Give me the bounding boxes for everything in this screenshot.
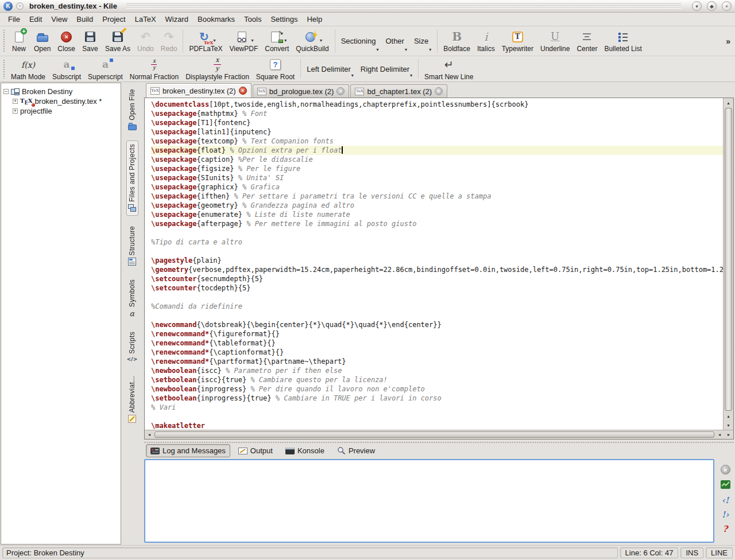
- toolbar-button-right-delimiter[interactable]: Right Delimiter▾: [357, 57, 416, 81]
- code-line[interactable]: %Comandi da ridefinire: [151, 302, 723, 311]
- code-line[interactable]: \setcounter{tocdepth}{5}: [151, 283, 723, 293]
- menu-help[interactable]: Help: [302, 13, 327, 25]
- sidebar-tab-scripts[interactable]: Scripts</>: [125, 328, 139, 365]
- menu-build[interactable]: Build: [72, 13, 98, 25]
- code-line[interactable]: \usepackage{float} % Opzioni extra per i…: [151, 146, 723, 155]
- menu-wizard[interactable]: Wizard: [161, 13, 193, 25]
- sidebar-tab-open-file[interactable]: Open File: [126, 85, 138, 134]
- bottom-tab-preview[interactable]: Preview: [332, 444, 380, 457]
- scroll-up-arrow[interactable]: ▴: [724, 98, 733, 107]
- menu-bookmarks[interactable]: Bookmarks: [193, 13, 239, 25]
- splitter-handle[interactable]: [144, 440, 734, 444]
- toolbar-button-left-delimiter[interactable]: Left Delimiter▾: [303, 57, 357, 81]
- window-sticky-button[interactable]: +: [16, 2, 24, 10]
- log-output-area[interactable]: [144, 459, 714, 543]
- toolbar-button-save[interactable]: Save: [79, 27, 102, 55]
- code-line[interactable]: [151, 247, 723, 256]
- toolbar-button-pdflatex[interactable]: ↻TeX▾PDFLaTeX: [185, 27, 226, 55]
- code-line[interactable]: \usepackage{SIunits} % Unita' SI: [151, 173, 723, 182]
- menu-settings[interactable]: Settings: [266, 13, 302, 25]
- code-line[interactable]: \renewcommand*{\tableformat}{}: [151, 339, 723, 348]
- code-line[interactable]: \makeatletter: [151, 421, 723, 430]
- toolbar-button-sectioning[interactable]: Sectioning▾: [338, 27, 382, 55]
- toolbar-button-redo[interactable]: ↷Redo: [157, 27, 181, 55]
- code-line[interactable]: [151, 412, 723, 421]
- previous-error-button[interactable]: ‹!: [722, 496, 729, 505]
- tree-item-projectfile[interactable]: +projectfile: [3, 106, 118, 116]
- menu-file[interactable]: File: [3, 13, 25, 25]
- toolbar-button-normal-fraction[interactable]: xyNormal Fraction: [126, 57, 182, 81]
- code-line[interactable]: \renewcommand*{\figureformat}{}: [151, 329, 723, 339]
- status-selection-mode[interactable]: LINE: [706, 547, 733, 558]
- toolbar-button-boldface[interactable]: BBoldface: [440, 27, 474, 55]
- code-line[interactable]: \usepackage{ifthen} % Per settare i para…: [151, 192, 723, 201]
- code-line[interactable]: \usepackage{geometry} % Grandezza pagina…: [151, 201, 723, 210]
- toolbar-button-undo[interactable]: ↶Undo: [134, 27, 157, 55]
- editor-vertical-scrollbar[interactable]: ▴ ▴ ▾: [723, 98, 733, 430]
- sidebar-tab-abbreviat[interactable]: Abbreviat...: [126, 372, 138, 426]
- code-line[interactable]: \setcounter{secnumdepth}{5}: [151, 274, 723, 283]
- tree-item-broken-destiny-tex[interactable]: +TEXbroken_destiny.tex *: [3, 96, 118, 106]
- toolbar-grip[interactable]: [3, 29, 6, 53]
- toolbar-button-save-as[interactable]: Save As: [102, 27, 134, 55]
- titlebar[interactable]: K + broken_destiny.tex - Kile ▾ ◆ ×: [0, 0, 735, 13]
- bottom-tab-konsole[interactable]: Konsole: [281, 444, 329, 457]
- toolbar-overflow-button[interactable]: »: [722, 37, 734, 46]
- bottom-tab-log-and-messages[interactable]: Log and Messages: [146, 444, 230, 457]
- toolbar-button-typewriter[interactable]: TTypewriter: [498, 27, 537, 55]
- bottom-tab-output[interactable]: Output: [234, 444, 277, 457]
- sidebar-tab-structure[interactable]: Structure: [126, 223, 138, 269]
- code-line[interactable]: \usepackage{graphicx} % Grafica: [151, 182, 723, 192]
- vertical-scrollbar-thumb[interactable]: [725, 108, 732, 411]
- sidebar-tab-files-and-projects[interactable]: Files and Projects: [126, 141, 138, 216]
- code-line[interactable]: \usepackage{mathptmx} % Font: [151, 109, 723, 118]
- code-line[interactable]: \usepackage{figsize} % Per le figure: [151, 164, 723, 173]
- code-line[interactable]: \renewcommand*{\partformat}{\partname~\t…: [151, 357, 723, 366]
- toolbar-button-superscript[interactable]: aSuperscript: [84, 57, 126, 81]
- toolbar-button-math-mode[interactable]: f(x)Math Mode: [7, 57, 49, 81]
- scroll-left-arrow[interactable]: ◂: [145, 430, 154, 439]
- toolbar-button-bulleted-list[interactable]: Bulleted List: [601, 27, 645, 55]
- window-maximize-button[interactable]: ◆: [707, 1, 717, 11]
- window-close-button[interactable]: ×: [722, 1, 732, 11]
- document-tab-bd-prologue-tex-2[interactable]: TeXbd_prologue.tex (2)×: [253, 84, 350, 98]
- code-line[interactable]: \setboolean{inprogress}{true} % Cambiare…: [151, 394, 723, 403]
- toolbar-button-other[interactable]: Other▾: [382, 27, 411, 55]
- toolbar-button-underline[interactable]: UUnderline: [537, 27, 573, 55]
- editor-horizontal-scrollbar[interactable]: ◂ ◂ ▸: [145, 430, 733, 439]
- code-line[interactable]: [151, 228, 723, 238]
- document-tab-bd-chapter1-tex-2[interactable]: TeXbd_chapter1.tex (2)×: [350, 84, 447, 98]
- code-line[interactable]: [151, 311, 723, 320]
- tree-expander[interactable]: +: [13, 99, 18, 104]
- scroll-up-arrow[interactable]: ▴: [724, 411, 733, 421]
- editor-text-area[interactable]: \documentclass[10pt,twoside,english,norm…: [145, 98, 723, 430]
- code-line[interactable]: \usepackage{caption} %Per le didascalie: [151, 155, 723, 164]
- menu-latex[interactable]: LaTeX: [130, 13, 161, 25]
- toolbar-button-displaystyle-fraction[interactable]: xyDisplaystyle Fraction: [182, 57, 253, 81]
- toolbar-button-quickbuild[interactable]: ▾QuickBuild: [292, 27, 332, 55]
- code-line[interactable]: \documentclass[10pt,twoside,english,norm…: [151, 100, 723, 109]
- status-insert-mode[interactable]: INS: [680, 547, 703, 558]
- latex-log-button[interactable]: [721, 480, 730, 491]
- code-line[interactable]: \newboolean{iscc} % Parametro per if the…: [151, 366, 723, 375]
- code-line[interactable]: \pagestyle{plain}: [151, 256, 723, 265]
- menu-tools[interactable]: Tools: [239, 13, 266, 25]
- horizontal-scrollbar-thumb[interactable]: [154, 431, 714, 438]
- menu-edit[interactable]: Edit: [25, 13, 47, 25]
- code-line[interactable]: \geometry{verbose,pdftex,paperwidth=15.2…: [151, 265, 723, 274]
- next-error-button[interactable]: !›: [722, 511, 729, 519]
- code-line[interactable]: \usepackage{enumerate} % Liste di liste …: [151, 210, 723, 219]
- sidebar-tab-symbols[interactable]: Symbolsα: [126, 276, 138, 321]
- scroll-left-arrow[interactable]: ◂: [715, 430, 724, 439]
- toolbar-button-center[interactable]: Center: [573, 27, 601, 55]
- window-shade-button[interactable]: ▾: [692, 1, 702, 11]
- toolbar-button-square-root[interactable]: ?Square Root: [253, 57, 298, 81]
- toolbar-button-open[interactable]: Open: [30, 27, 54, 55]
- menu-project[interactable]: Project: [98, 13, 130, 25]
- toolbar-button-viewpdf[interactable]: ▾ViewPDF: [226, 27, 261, 55]
- scroll-right-arrow[interactable]: ▸: [724, 430, 733, 439]
- code-line[interactable]: % Vari: [151, 403, 723, 412]
- code-line[interactable]: \usepackage{afterpage} % Per mettere le …: [151, 219, 723, 228]
- toolbar-button-size[interactable]: Size▾: [411, 27, 435, 55]
- toolbar-button-subscript[interactable]: aSubscript: [49, 57, 84, 81]
